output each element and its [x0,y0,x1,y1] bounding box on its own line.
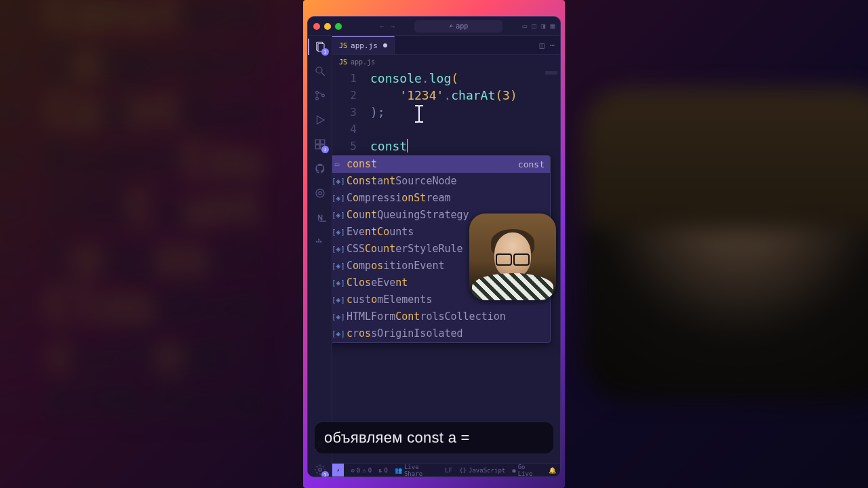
svg-rect-15 [318,241,319,243]
suggest-item-label: crossOriginIsolated [347,325,545,342]
video-caption: объявляем const a = [315,422,553,453]
svg-point-13 [316,189,324,197]
class-icon: [◈] [332,325,342,342]
svg-marker-7 [317,116,324,124]
status-golive[interactable]: ◉Go Live [512,464,542,477]
js-file-icon: JS [339,42,347,49]
svg-point-2 [316,67,322,73]
svg-rect-10 [315,145,319,149]
keyword-icon: ▭ [332,156,342,173]
phone-column: ← → ⌕ app ▭ ◫ ◨ ▦ 1 [303,0,565,488]
layout-secondary-icon[interactable]: ◨ [541,22,546,30]
search-icon: ⌕ [449,22,453,30]
status-liveshare[interactable]: 👥Live Share [395,464,438,477]
class-icon: [◈] [332,241,342,258]
layout-sidebar-icon[interactable]: ◫ [532,22,536,30]
status-language[interactable]: {}JavaScript [459,467,505,474]
status-problems[interactable]: ⊘0 ⚠0 [351,467,372,474]
class-icon: [◈] [332,224,342,241]
run-debug-icon[interactable] [313,113,327,127]
svg-point-4 [315,92,318,94]
remote-indicator[interactable]: ⚡ [332,464,344,476]
svg-rect-9 [320,140,324,144]
tab-bar: JS app.js ◫ ⋯ [332,36,560,55]
zoom-window-button[interactable] [335,23,342,30]
docker-icon[interactable] [313,235,327,249]
extensions-icon[interactable]: 1 [313,138,327,151]
class-icon: [◈] [332,207,342,224]
suggest-item[interactable]: [◈]crossOriginIsolated [332,325,550,342]
settings-gear-icon[interactable]: 1 [313,463,327,476]
text-cursor [407,139,408,152]
svg-rect-17 [318,239,319,241]
layout-customize-icon[interactable]: ▦ [550,22,555,30]
svg-rect-16 [320,241,321,243]
suggest-item[interactable]: [◈]ConstantSourceNode [332,173,550,190]
split-editor-icon[interactable]: ◫ [540,41,545,50]
tab-more-icon[interactable]: ⋯ [550,41,555,50]
code-content: console.log( '1234'.charAt(3) ); const [370,70,557,155]
nx-icon[interactable]: N͟ [313,211,327,224]
command-center-search[interactable]: ⌕ app [414,20,502,33]
suggest-item-label: ConstantSourceNode [347,173,545,190]
svg-point-12 [318,192,321,195]
class-icon: [◈] [332,308,342,325]
source-control-icon[interactable] [313,89,327,102]
suggest-item[interactable]: [◈]CompressionStream [332,190,550,207]
explorer-icon[interactable]: 1 [313,40,327,54]
status-ports[interactable]: ⇅0 [378,467,388,474]
explorer-badge: 1 [321,48,329,56]
line-number-gutter: 1 2 3 4 5 [332,70,363,155]
vscode-window: ← → ⌕ app ▭ ◫ ◨ ▦ 1 [307,16,561,477]
close-window-button[interactable] [313,23,320,30]
window-controls [313,23,342,30]
class-icon: [◈] [332,291,342,308]
suggest-item-label: HTMLFormControlsCollection [347,308,545,325]
settings-badge: 1 [321,471,329,477]
github-icon[interactable] [313,162,327,176]
suggest-item-label: CompressionStream [347,190,545,207]
nav-back-button[interactable]: ← [380,22,384,30]
svg-point-5 [315,98,318,100]
svg-point-6 [321,94,324,97]
nav-forward-button[interactable]: → [391,22,395,30]
window-titlebar: ← → ⌕ app ▭ ◫ ◨ ▦ [308,17,560,36]
svg-point-19 [318,468,321,472]
class-icon: [◈] [332,258,342,274]
webcam-overlay [469,214,556,300]
suggest-item-detail: const [518,156,545,173]
class-icon: [◈] [332,274,342,291]
layout-panel-icon[interactable]: ▭ [523,22,528,30]
breadcrumb-file: app.js [351,58,375,66]
suggest-item[interactable]: [◈]HTMLFormControlsCollection [332,308,550,325]
class-icon: [◈] [332,190,342,207]
status-notifications-icon[interactable]: 🔔 [549,467,556,474]
svg-rect-14 [316,241,317,243]
tab-label: app.js [351,41,378,50]
activity-bar: 1 1 [308,36,332,476]
suggest-item[interactable]: ▭constconst [332,156,550,173]
search-placeholder: app [456,22,468,30]
js-file-icon: JS [339,58,347,66]
svg-line-3 [321,73,325,76]
minimize-window-button[interactable] [324,23,331,30]
extensions-badge: 1 [321,146,329,153]
breadcrumb[interactable]: JS app.js [332,55,560,68]
remote-explorer-icon[interactable] [313,186,327,200]
search-activity-icon[interactable] [313,64,327,78]
class-icon: [◈] [332,173,342,190]
tab-dirty-indicator [383,43,387,47]
svg-rect-8 [315,140,319,144]
suggest-item-label: const [347,156,514,173]
tab-appjs[interactable]: JS app.js [332,36,395,54]
status-eol[interactable]: LF [445,467,452,474]
status-bar: ⚡ ⊘0 ⚠0 ⇅0 👥Live Share LF {}JavaScript ◉… [332,463,560,476]
